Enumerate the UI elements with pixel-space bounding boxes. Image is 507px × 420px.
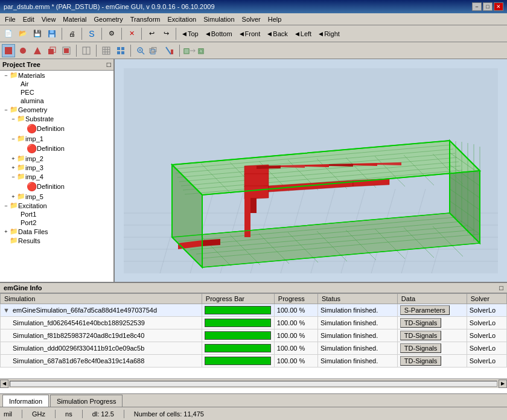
tree-item-excitation[interactable]: − 📁 Excitation bbox=[0, 201, 113, 210]
expand-datafiles-icon[interactable]: + bbox=[2, 229, 10, 235]
save-button[interactable]: 💾 bbox=[31, 27, 44, 40]
tree-item-pec[interactable]: PEC bbox=[0, 88, 113, 97]
select-button[interactable] bbox=[2, 44, 15, 57]
tree-label-port1: Port1 bbox=[21, 211, 36, 218]
status-bar: mil GHz ns dl: 12.5 Number of cells: 11,… bbox=[0, 407, 507, 420]
menu-edit[interactable]: Edit bbox=[19, 14, 38, 24]
menu-solver[interactable]: Solver bbox=[238, 14, 264, 24]
expand-materials-icon[interactable]: − bbox=[2, 72, 10, 78]
tree-item-alumina[interactable]: alumina bbox=[0, 97, 113, 105]
info-hscroll-bar[interactable]: ◀ ▶ bbox=[0, 378, 507, 388]
tree-item-imp1-def[interactable]: 🔴 Definition bbox=[0, 143, 113, 154]
zoom-button[interactable] bbox=[134, 44, 147, 57]
tree-item-results[interactable]: 📁 Results bbox=[0, 236, 113, 245]
tree-item-materials[interactable]: − 📁 Materials bbox=[0, 71, 113, 80]
menu-transform[interactable]: Transform bbox=[127, 14, 164, 24]
info-table-wrap[interactable]: Simulation Progress Bar Progress Status … bbox=[0, 293, 507, 378]
td-signals-button-4[interactable]: TD-Signals bbox=[400, 356, 441, 366]
view-back-button[interactable]: ◀ Back bbox=[264, 27, 290, 40]
table-row: Simulation_ddd00296f330411b91c0e09ac5b 1… bbox=[1, 342, 507, 355]
expand-imp2-icon[interactable]: + bbox=[10, 156, 17, 162]
td-signals-button-1[interactable]: TD-Signals bbox=[400, 318, 441, 328]
maximize-button[interactable]: □ bbox=[483, 2, 493, 11]
status-sep1 bbox=[22, 410, 22, 418]
progress-bar-inner-sub4 bbox=[205, 357, 270, 364]
td-signals-button-2[interactable]: TD-Signals bbox=[400, 331, 441, 340]
view-bottom-button[interactable]: ◀ Bottom bbox=[203, 27, 235, 40]
status-sub2: Simulation finished. bbox=[317, 329, 397, 342]
progress-text-sub4: 100.00 % bbox=[274, 355, 317, 368]
tree-item-port1[interactable]: Port1 bbox=[0, 210, 113, 218]
draw-circle-button[interactable] bbox=[16, 44, 30, 57]
tree-item-datafiles[interactable]: + 📁 Data Files bbox=[0, 227, 113, 236]
expand-imp4-icon[interactable]: − bbox=[10, 174, 17, 180]
tree-item-imp3[interactable]: + 📁 imp_3 bbox=[0, 163, 113, 172]
tree-item-imp1[interactable]: − 📁 imp_1 bbox=[0, 134, 113, 143]
draw-3d-button[interactable] bbox=[45, 44, 59, 57]
import-button[interactable]: S bbox=[85, 27, 98, 40]
red-cube-icon3: 🔴 bbox=[27, 182, 37, 191]
menu-excitation[interactable]: Excitation bbox=[164, 14, 200, 24]
undo-button[interactable]: ↩ bbox=[145, 27, 158, 40]
tool11-button[interactable] bbox=[183, 44, 196, 57]
close-button[interactable]: ✕ bbox=[494, 2, 503, 11]
tool12-button[interactable] bbox=[197, 44, 211, 57]
excitation-folder-icon: 📁 bbox=[10, 202, 18, 209]
tree-item-imp4[interactable]: − 📁 imp_4 bbox=[0, 172, 113, 181]
tree-item-imp2[interactable]: + 📁 imp_2 bbox=[0, 154, 113, 163]
s-parameters-button[interactable]: S-Parameters bbox=[400, 305, 450, 315]
delete-button[interactable]: ✕ bbox=[125, 27, 138, 40]
info-panel-collapse-icon[interactable]: □ bbox=[499, 284, 503, 291]
view-right-button[interactable]: ◀ Right bbox=[316, 27, 343, 40]
grid-button[interactable] bbox=[114, 44, 127, 57]
tree-item-imp4-def[interactable]: 🔴 Definition bbox=[0, 181, 113, 192]
save-as-button[interactable] bbox=[45, 27, 59, 40]
tree-collapse-icon[interactable]: □ bbox=[107, 60, 111, 69]
hscroll-track[interactable] bbox=[10, 381, 497, 387]
svg-marker-108 bbox=[257, 165, 281, 169]
tree-content[interactable]: − 📁 Materials Air PEC alum bbox=[0, 71, 113, 282]
tool9-button[interactable] bbox=[148, 44, 162, 57]
tree-label-materials: Materials bbox=[18, 72, 45, 79]
tool10-button[interactable] bbox=[163, 44, 176, 57]
menu-view[interactable]: View bbox=[38, 14, 60, 24]
tool5-button[interactable] bbox=[60, 44, 73, 57]
expand-imp1-icon[interactable]: − bbox=[10, 136, 17, 142]
hscroll-right-arrow[interactable]: ▶ bbox=[499, 380, 507, 388]
menu-material[interactable]: Material bbox=[59, 14, 90, 24]
menu-help[interactable]: Help bbox=[264, 14, 285, 24]
expand-geometry-icon[interactable]: − bbox=[2, 107, 10, 113]
expand-excitation-icon[interactable]: − bbox=[2, 203, 10, 209]
hscroll-left-arrow[interactable]: ◀ bbox=[0, 380, 8, 388]
view-front-button[interactable]: ◀ Front bbox=[237, 27, 264, 40]
tree-item-port2[interactable]: Port2 bbox=[0, 218, 113, 227]
open-button[interactable]: 📂 bbox=[16, 27, 30, 40]
mesh-button[interactable] bbox=[100, 44, 113, 57]
status-unit-ghz: GHz bbox=[32, 410, 45, 418]
menu-simulation[interactable]: Simulation bbox=[200, 14, 238, 24]
tool6-button[interactable] bbox=[80, 44, 93, 57]
expand-substrate-icon[interactable]: − bbox=[10, 116, 17, 122]
tree-item-geometry[interactable]: − 📁 Geometry bbox=[0, 105, 113, 114]
expand-row-icon[interactable]: ▼ bbox=[3, 307, 10, 314]
expand-imp3-icon[interactable]: + bbox=[10, 165, 17, 171]
new-button[interactable]: 📄 bbox=[2, 27, 15, 40]
view-top-button[interactable]: ◀ Top bbox=[179, 27, 202, 40]
view-left-button[interactable]: ◀ Left bbox=[292, 27, 314, 40]
tab-information[interactable]: Information bbox=[2, 395, 49, 407]
print-button[interactable]: 🖨 bbox=[65, 27, 78, 40]
menu-geometry[interactable]: Geometry bbox=[90, 14, 126, 24]
tree-item-air[interactable]: Air bbox=[0, 80, 113, 88]
tree-item-imp5[interactable]: + 📁 imp_5 bbox=[0, 192, 113, 201]
redo-button[interactable]: ↪ bbox=[159, 27, 173, 40]
minimize-button[interactable]: − bbox=[472, 2, 482, 11]
viewport[interactable] bbox=[115, 59, 507, 282]
draw-shape-button[interactable] bbox=[31, 44, 44, 57]
td-signals-button-3[interactable]: TD-Signals bbox=[400, 343, 441, 353]
menu-file[interactable]: File bbox=[1, 14, 19, 24]
expand-imp5-icon[interactable]: + bbox=[10, 194, 17, 200]
tree-item-substrate-def[interactable]: 🔴 Definition bbox=[0, 123, 113, 134]
tab-simulation-progress[interactable]: Simulation Progress bbox=[50, 395, 123, 407]
tree-item-substrate[interactable]: − 📁 Substrate bbox=[0, 114, 113, 123]
settings-button[interactable]: ⚙ bbox=[105, 27, 118, 40]
